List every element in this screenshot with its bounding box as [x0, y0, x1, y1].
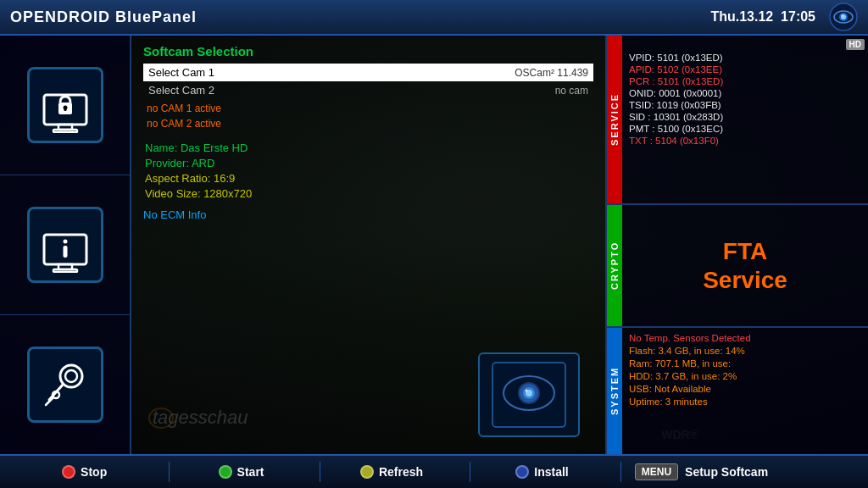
no-cam2-text: no CAM 2 active [143, 118, 593, 130]
svg-rect-13 [53, 269, 77, 272]
center-panel: Softcam Selection Select Cam 1 OSCam² 11… [131, 36, 605, 454]
service-row: TXT : 5104 (0x13F0) [629, 136, 861, 146]
stop-label: Stop [81, 465, 107, 479]
stop-button[interactable]: Stop [7, 465, 169, 479]
crypto-section: CRYPTO FTA Service [605, 205, 868, 328]
service-rows-container: VPID: 5101 (0x13ED)APID: 5102 (0x13EE)PC… [629, 53, 861, 146]
footer-bar: Stop Start Refresh Install MENU Setup So… [0, 454, 868, 488]
center-logo [478, 352, 580, 437]
cam2-label: Select Cam 2 [148, 84, 555, 97]
aspect-ratio: Aspect Ratio: 16:9 [143, 172, 593, 185]
svg-rect-7 [53, 130, 77, 132]
system-row: Flash: 3.4 GB, in use: 14% [629, 346, 861, 356]
system-row: No Temp. Sensors Detected [629, 333, 861, 343]
softcam-title: Softcam Selection [143, 44, 593, 58]
svg-point-27 [526, 390, 528, 392]
start-button[interactable]: Start [170, 465, 319, 479]
system-rows-container: No Temp. Sensors DetectedFlash: 3.4 GB, … [629, 333, 861, 407]
system-section: SYSTEM No Temp. Sensors DetectedFlash: 3… [605, 328, 868, 454]
left-panel [0, 36, 131, 454]
cam1-value: OSCam² 11.439 [515, 67, 588, 79]
menu-section[interactable]: MENU Setup Softcam [621, 463, 861, 480]
key-icon [37, 358, 92, 413]
refresh-button[interactable]: Refresh [320, 465, 470, 479]
provider: Provider: ARD [143, 157, 593, 169]
lock-icon-circle [27, 67, 103, 143]
service-section: SERVICE HD VPID: 5101 (0x13ED)APID: 5102… [605, 36, 868, 205]
info-section: Name: Das Erste HD Provider: ARD Aspect … [143, 141, 593, 200]
install-button[interactable]: Install [470, 465, 620, 479]
system-label-bar: SYSTEM [607, 328, 622, 454]
svg-point-14 [63, 239, 67, 243]
install-circle-icon [515, 465, 529, 479]
menu-key: MENU [635, 463, 678, 480]
start-label: Start [237, 465, 264, 479]
right-panel: SERVICE HD VPID: 5101 (0x13ED)APID: 5102… [605, 36, 868, 454]
service-row: VPID: 5101 (0x13ED) [629, 53, 861, 63]
softcam-section: Softcam Selection Select Cam 1 OSCam² 11… [143, 44, 593, 130]
svg-point-4 [842, 15, 843, 17]
service-row: ONID: 0001 (0x0001) [629, 88, 861, 98]
info-icon-circle [27, 207, 103, 283]
svg-rect-10 [64, 108, 66, 111]
service-row: APID: 5102 (0x13EE) [629, 64, 861, 75]
start-circle-icon [219, 465, 232, 479]
ecm-info: No ECM Info [143, 208, 593, 221]
video-size: Video Size: 1280x720 [143, 187, 593, 200]
menu-setup-label: Setup Softcam [685, 465, 768, 479]
crypto-content: FTA Service [622, 205, 868, 326]
stop-circle-icon [62, 465, 75, 479]
hd-badge: HD [846, 39, 865, 50]
key-icon-circle [27, 347, 103, 423]
system-row: HDD: 3.7 GB, in use: 2% [629, 371, 861, 381]
service-label-bar: SERVICE [607, 36, 622, 203]
crypto-label-bar: CRYPTO [607, 205, 622, 326]
header-bar: OPENDROID BluePanel Thu.13.12 17:05 [0, 0, 868, 36]
no-cam1-text: no CAM 1 active [143, 103, 593, 114]
refresh-label: Refresh [379, 465, 423, 479]
svg-rect-15 [63, 246, 67, 258]
system-row: USB: Not Available [629, 384, 861, 394]
opendroid-logo-icon [829, 3, 858, 31]
refresh-circle-icon [360, 465, 374, 479]
service-row: PMT : 5100 (0x13EC) [629, 124, 861, 134]
cam1-row[interactable]: Select Cam 1 OSCam² 11.439 [143, 64, 593, 81]
header-datetime: Thu.13.12 17:05 [710, 9, 815, 25]
service-row: TSID: 1019 (0x03FB) [629, 100, 861, 110]
cam1-label: Select Cam 1 [148, 66, 515, 79]
ecm-section: No ECM Info [143, 208, 593, 221]
info-icon [40, 218, 91, 273]
svg-point-17 [65, 370, 77, 382]
left-icon-section-key [0, 315, 130, 454]
cam2-row[interactable]: Select Cam 2 no cam [143, 81, 593, 99]
service-row: PCR : 5101 (0x13ED) [629, 76, 861, 86]
channel-name: Name: Das Erste HD [143, 141, 593, 154]
left-icon-section-lock [0, 36, 130, 175]
service-content: HD VPID: 5101 (0x13ED)APID: 5102 (0x13EE… [622, 36, 868, 203]
fta-text: FTA Service [703, 237, 787, 294]
install-label: Install [534, 465, 568, 479]
left-icon-section-info [0, 175, 130, 315]
system-row: Ram: 707.1 MB, in use: [629, 358, 861, 369]
app-title: OPENDROID BluePanel [10, 8, 197, 26]
system-row: Uptime: 3 minutes [629, 396, 861, 407]
system-content: No Temp. Sensors DetectedFlash: 3.4 GB, … [622, 328, 868, 454]
main-area: tagesschau WDR® [0, 36, 868, 454]
header-right: Thu.13.12 17:05 [710, 3, 858, 31]
lock-icon [40, 78, 91, 133]
svg-point-19 [53, 391, 59, 398]
service-row: SID : 10301 (0x283D) [629, 112, 861, 122]
cam2-value: no cam [555, 85, 588, 97]
center-logo-icon [491, 361, 567, 429]
